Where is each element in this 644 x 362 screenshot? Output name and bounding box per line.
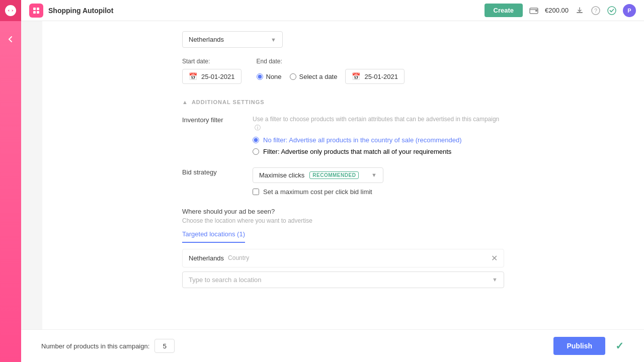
app-title: Shopping Autopilot [48,7,113,15]
location-search-placeholder: Type to search a location [189,276,262,284]
end-date-input[interactable]: 📅 25-01-2021 [345,69,405,84]
max-bid-label: Set a maximum cost per click bid limit [263,188,372,196]
inventory-filter-label: Inventory filter [182,115,243,124]
location-question: Where should your ad be seen? [182,208,504,215]
inventory-no-filter-option[interactable]: No filter: Advertise all products in the… [253,136,504,144]
sidebar-logo [0,0,21,21]
svg-rect-3 [33,11,36,14]
start-date-input[interactable]: 📅 25-01-2021 [182,69,242,84]
bid-strategy-value: Maximise clicks [259,171,304,179]
header-logo [29,4,43,18]
end-date-none-label: None [266,73,282,80]
location-row: Where should your ad be seen? Choose the… [182,208,504,288]
recommended-badge: RECOMMENDED [309,171,359,179]
chevron-location-icon: ▼ [492,277,498,283]
create-button[interactable]: Create [485,4,523,17]
additional-settings-label: ADDITIONAL SETTINGS [192,99,265,105]
bid-strategy-row: Bid strategy Maximise clicks RECOMMENDED… [182,167,504,196]
svg-rect-1 [33,8,36,10]
svg-point-0 [9,9,12,12]
back-button[interactable] [3,31,19,47]
help-circle-icon: ⓘ [255,124,261,131]
products-count-label: Number of products in this campaign: [41,342,149,350]
inventory-filter-option[interactable]: Filter: Advertise only products that mat… [253,148,504,155]
user-avatar[interactable]: P [623,4,636,17]
max-bid-checkbox[interactable] [253,189,259,195]
chevron-up-icon: ▲ [182,99,188,105]
calendar-icon: 📅 [189,72,197,80]
svg-point-10 [608,7,616,15]
inventory-no-filter-radio[interactable] [253,137,259,143]
publish-check-icon: ✓ [615,340,624,352]
bid-strategy-content: Maximise clicks RECOMMENDED ▼ Set a maxi… [253,167,504,196]
inventory-filter-row: Inventory filter Use a filter to choose … [182,115,504,155]
main-content: Netherlands ▼ Start date: 📅 25-01-2021 E… [42,21,644,362]
svg-rect-4 [37,11,39,14]
sidebar [0,0,21,362]
header: Shopping Autopilot Create €200.00 ? P [21,0,644,21]
check-circle-icon [607,6,617,16]
location-tag: Netherlands Country ✕ [182,249,504,267]
location-tag-left: Netherlands Country [189,254,249,262]
svg-rect-2 [37,8,39,10]
products-count-section: Number of products in this campaign: 5 [41,339,175,353]
inventory-filter-label-text: Filter: Advertise only products that mat… [263,148,451,155]
svg-text:?: ? [594,8,597,14]
location-type: Country [228,254,249,261]
app-logo-icon [5,5,16,16]
end-date-label: End date: [257,58,405,65]
end-date-none-radio[interactable] [257,73,263,80]
country-dropdown[interactable]: Netherlands ▼ [182,31,283,48]
help-icon[interactable]: ? [591,6,601,16]
start-date-value: 25-01-2021 [201,73,235,80]
start-date-group: Start date: 📅 25-01-2021 [182,58,242,84]
end-date-value: 25-01-2021 [364,73,398,80]
balance-display: €200.00 [545,7,569,14]
date-row: Start date: 📅 25-01-2021 End date: None … [182,58,504,84]
end-date-options: None Select a date 📅 25-01-2021 [257,69,405,84]
start-date-label: Start date: [182,58,242,65]
end-date-group: End date: None Select a date 📅 25-01-202… [257,58,405,84]
svg-rect-6 [535,10,537,12]
bottom-bar: Number of products in this campaign: 5 P… [21,329,644,362]
publish-button[interactable]: Publish [553,337,605,355]
inventory-filter-content: Use a filter to choose products with cer… [253,115,504,155]
end-date-select-label: Select a date [299,73,338,80]
max-bid-checkbox-row[interactable]: Set a maximum cost per click bid limit [253,188,504,196]
inventory-filter-helper: Use a filter to choose products with cer… [253,115,504,132]
wallet-icon [529,6,539,16]
download-icon[interactable] [575,6,585,16]
inventory-no-filter-label: No filter: Advertise all products in the… [263,136,462,144]
location-name: Netherlands [189,254,224,262]
bid-strategy-dropdown[interactable]: Maximise clicks RECOMMENDED ▼ [253,167,383,183]
end-date-select-option[interactable]: Select a date [290,73,338,80]
inventory-filter-options: No filter: Advertise all products in the… [253,136,504,155]
bid-strategy-label: Bid strategy [182,167,243,176]
chevron-down-icon: ▼ [271,37,276,43]
end-date-none-option[interactable]: None [257,73,282,80]
targeted-locations-tab[interactable]: Targeted locations (1) [182,230,245,243]
additional-settings-header[interactable]: ▲ ADDITIONAL SETTINGS [182,99,504,105]
country-selected-value: Netherlands [189,36,224,43]
inventory-filter-radio[interactable] [253,148,259,155]
calendar-end-icon: 📅 [352,72,360,80]
location-helper: Choose the location where you want to ad… [182,217,504,224]
location-content: Where should your ad be seen? Choose the… [182,208,504,288]
header-actions: Create €200.00 ? P [485,4,636,17]
end-date-select-radio[interactable] [290,73,296,80]
products-count-value: 5 [154,339,175,353]
bid-chevron-icon: ▼ [371,172,377,178]
location-search-input[interactable]: Type to search a location ▼ [182,272,504,288]
svg-rect-7 [577,12,583,13]
remove-location-button[interactable]: ✕ [491,253,498,263]
